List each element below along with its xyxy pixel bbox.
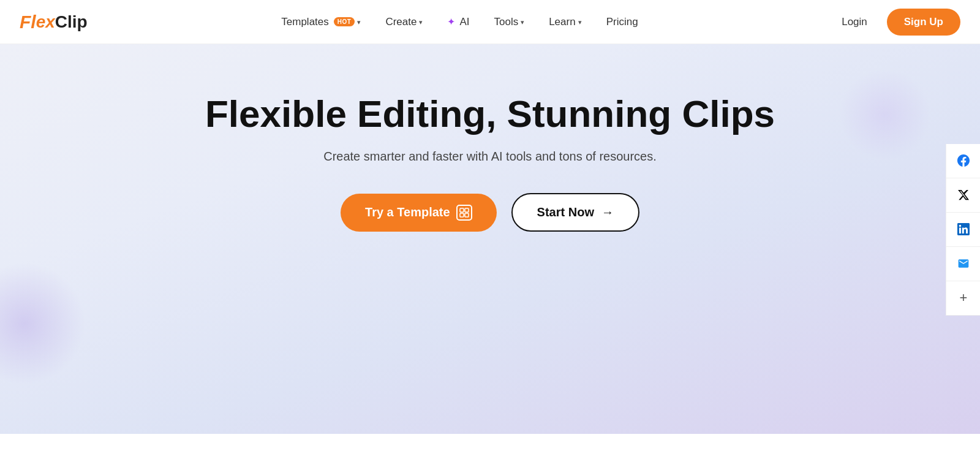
try-template-button[interactable]: Try a Template [341, 194, 497, 232]
logo-icon: Fl [20, 12, 36, 32]
nav-auth: Login Sign Up [832, 9, 960, 36]
nav-templates[interactable]: Templates HOT ▾ [269, 11, 373, 33]
more-share-button[interactable]: + [946, 281, 980, 316]
nav-ai[interactable]: ✦ AI [435, 11, 481, 33]
start-now-button[interactable]: Start Now → [511, 193, 639, 232]
logo[interactable]: FlexClip [20, 12, 88, 32]
template-grid-icon [456, 205, 472, 221]
logo-clip: Clip [55, 12, 88, 32]
svg-rect-0 [460, 208, 464, 212]
hot-badge: HOT [334, 17, 355, 26]
nav-create-label: Create [385, 16, 417, 28]
hero-subtitle: Create smarter and faster with AI tools … [323, 150, 657, 164]
nav-menu: Templates HOT ▾ Create ▾ ✦ AI Tools ▾ Le… [269, 11, 650, 33]
svg-rect-2 [460, 213, 464, 217]
create-chevron-icon: ▾ [419, 18, 423, 26]
nav-tools-label: Tools [494, 16, 518, 28]
blob-left-decoration [0, 262, 86, 385]
blob-right-decoration [839, 69, 931, 161]
nav-learn[interactable]: Learn ▾ [537, 11, 594, 33]
login-button[interactable]: Login [832, 11, 877, 33]
social-sidebar: + [946, 144, 980, 316]
start-now-label: Start Now [537, 205, 594, 219]
svg-rect-1 [465, 208, 469, 212]
learn-chevron-icon: ▾ [578, 18, 582, 26]
tools-chevron-icon: ▾ [521, 18, 524, 26]
email-share-button[interactable] [946, 247, 980, 281]
try-template-label: Try a Template [365, 205, 450, 219]
hero-section: Flexible Editing, Stunning Clips Create … [0, 44, 980, 434]
nav-templates-label: Templates [281, 16, 328, 28]
hero-title: Flexible Editing, Stunning Clips [205, 93, 775, 135]
navbar: FlexClip Templates HOT ▾ Create ▾ ✦ AI T… [0, 0, 980, 44]
logo-text: ex [36, 12, 55, 32]
svg-rect-3 [465, 213, 469, 217]
ai-sparkle-icon: ✦ [447, 16, 455, 28]
templates-chevron-icon: ▾ [357, 18, 361, 26]
nav-pricing-label: Pricing [606, 16, 638, 28]
signup-button[interactable]: Sign Up [887, 9, 960, 36]
linkedin-share-button[interactable] [946, 213, 980, 247]
nav-pricing[interactable]: Pricing [594, 11, 650, 33]
nav-create[interactable]: Create ▾ [373, 11, 435, 33]
nav-ai-label: AI [459, 16, 469, 28]
nav-tools[interactable]: Tools ▾ [481, 11, 537, 33]
template-gallery: STOMP FASHION JOURNEY A visual journey t… [478, 262, 502, 434]
arrow-right-icon: → [601, 205, 614, 219]
facebook-share-button[interactable] [946, 144, 980, 178]
nav-learn-label: Learn [549, 16, 575, 28]
twitter-share-button[interactable] [946, 178, 980, 213]
hero-cta-group: Try a Template Start Now → [341, 193, 639, 232]
